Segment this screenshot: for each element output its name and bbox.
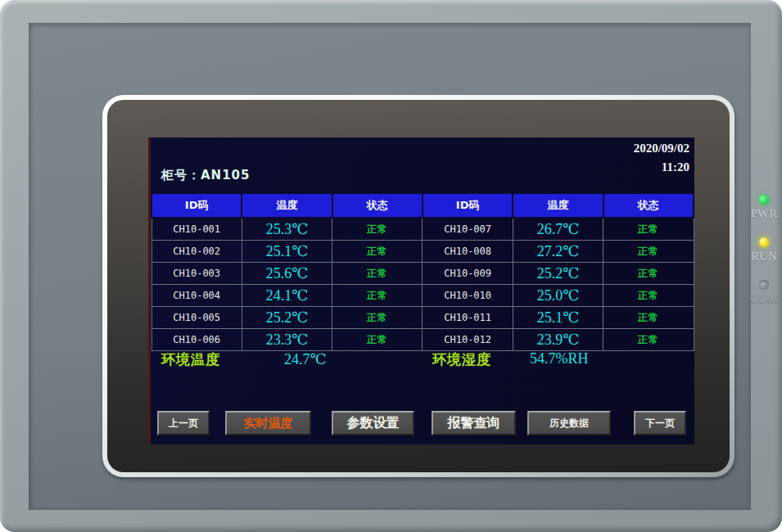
channel-id: CH10-011 xyxy=(423,307,513,329)
channel-temp: 25.6℃ xyxy=(242,263,332,285)
table-header-row: ID码 温度 状态 ID码 温度 状态 xyxy=(151,193,694,218)
cabinet-label: 柜号：AN105 xyxy=(161,168,250,183)
col-header-id-2: ID码 xyxy=(423,193,513,218)
channel-id: CH10-009 xyxy=(423,263,513,285)
run-led-icon xyxy=(759,237,769,247)
channel-id: CH10-005 xyxy=(151,307,242,329)
next-page-button[interactable]: 下一页 xyxy=(634,411,686,435)
channel-status: 正常 xyxy=(332,285,423,307)
parameter-settings-button[interactable]: 参数设置 xyxy=(332,411,414,435)
ambient-humidity-value: 54.7%RH xyxy=(530,350,589,367)
channel-status: 正常 xyxy=(332,263,423,285)
channel-temperature-table: ID码 温度 状态 ID码 温度 状态 CH10-001 25. xyxy=(151,192,694,351)
channel-id: CH10-002 xyxy=(151,241,242,263)
channel-status: 正常 xyxy=(332,307,423,329)
channel-temp: 25.1℃ xyxy=(513,307,603,329)
screen-bezel: 2020/09/02 11:20 柜号：AN105 ID码 温度 状态 ID码 … xyxy=(107,100,730,472)
lcd-screen: 2020/09/02 11:20 柜号：AN105 ID码 温度 状态 ID码 … xyxy=(148,138,694,444)
channel-temp: 23.3℃ xyxy=(242,329,332,351)
navigation-button-bar: 上一页 实时温度 参数设置 报警查询 历史数据 下一页 xyxy=(151,411,694,437)
date-text: 2020/09/02 xyxy=(634,139,689,158)
table-row: CH10-005 25.2℃ 正常 CH10-011 25.1℃ 正常 xyxy=(151,307,694,329)
com-led-group: COM xyxy=(750,280,778,306)
channel-id: CH10-008 xyxy=(423,241,513,263)
col-header-status-2: 状态 xyxy=(603,193,694,218)
channel-id: CH10-003 xyxy=(151,263,242,285)
hmi-panel-face: 2020/09/02 11:20 柜号：AN105 ID码 温度 状态 ID码 … xyxy=(29,23,751,510)
com-led-label: COM xyxy=(750,292,778,306)
ambient-humidity-label: 环境湿度 xyxy=(432,350,491,369)
channel-temp: 24.1℃ xyxy=(242,285,332,307)
col-header-temp-1: 温度 xyxy=(242,193,332,218)
col-header-id-1: ID码 xyxy=(151,193,242,218)
power-led-group: PWR xyxy=(751,195,778,221)
alarm-query-button[interactable]: 报警查询 xyxy=(432,411,516,435)
power-led-icon xyxy=(759,195,769,205)
channel-temp: 25.2℃ xyxy=(242,307,332,329)
datetime-display: 2020/09/02 11:20 xyxy=(634,139,689,177)
channel-id: CH10-010 xyxy=(423,285,513,307)
channel-temp: 26.7℃ xyxy=(513,218,603,241)
table-row: CH10-006 23.3℃ 正常 CH10-012 23.9℃ 正常 xyxy=(151,329,694,351)
environment-readings: 环境温度 24.7℃ 环境湿度 54.7%RH xyxy=(151,350,694,370)
channel-temp: 25.2℃ xyxy=(513,263,603,285)
channel-status: 正常 xyxy=(603,263,694,285)
history-data-button[interactable]: 历史数据 xyxy=(527,411,611,435)
channel-status: 正常 xyxy=(603,285,694,307)
channel-status: 正常 xyxy=(603,241,694,263)
channel-status: 正常 xyxy=(603,329,694,351)
realtime-temp-button[interactable]: 实时温度 xyxy=(225,411,311,435)
channel-temp: 25.0℃ xyxy=(513,285,603,307)
run-led-group: RUN xyxy=(751,237,777,264)
channel-id: CH10-004 xyxy=(151,285,242,307)
col-header-status-1: 状态 xyxy=(332,193,423,218)
channel-temp: 25.1℃ xyxy=(242,241,332,263)
power-led-label: PWR xyxy=(751,207,778,221)
channel-temp: 27.2℃ xyxy=(513,241,603,263)
status-led-column: PWR RUN COM xyxy=(744,195,782,306)
table-row: CH10-004 24.1℃ 正常 CH10-010 25.0℃ 正常 xyxy=(151,285,694,307)
channel-id: CH10-007 xyxy=(423,218,513,241)
run-led-label: RUN xyxy=(751,250,777,264)
channel-status: 正常 xyxy=(332,218,423,241)
ambient-temp-value: 24.7℃ xyxy=(284,350,327,368)
prev-page-button[interactable]: 上一页 xyxy=(157,411,210,435)
channel-id: CH10-001 xyxy=(151,218,242,241)
com-led-icon xyxy=(759,280,769,290)
table-row: CH10-003 25.6℃ 正常 CH10-009 25.2℃ 正常 xyxy=(151,263,694,285)
table-row: CH10-002 25.1℃ 正常 CH10-008 27.2℃ 正常 xyxy=(151,241,694,263)
channel-status: 正常 xyxy=(603,218,694,241)
hmi-device-frame: 2020/09/02 11:20 柜号：AN105 ID码 温度 状态 ID码 … xyxy=(0,0,782,532)
table-row: CH10-001 25.3℃ 正常 CH10-007 26.7℃ 正常 xyxy=(151,218,694,241)
channel-id: CH10-006 xyxy=(151,329,242,351)
ambient-temp-label: 环境温度 xyxy=(161,350,220,369)
channel-status: 正常 xyxy=(332,329,423,351)
col-header-temp-2: 温度 xyxy=(513,193,603,218)
channel-temp: 23.9℃ xyxy=(513,329,603,351)
channel-status: 正常 xyxy=(332,241,423,263)
screen-ring: 2020/09/02 11:20 柜号：AN105 ID码 温度 状态 ID码 … xyxy=(102,95,735,477)
channel-id: CH10-012 xyxy=(423,329,513,351)
channel-status: 正常 xyxy=(603,307,694,329)
channel-temp: 25.3℃ xyxy=(242,218,332,241)
time-text: 11:20 xyxy=(634,158,689,177)
